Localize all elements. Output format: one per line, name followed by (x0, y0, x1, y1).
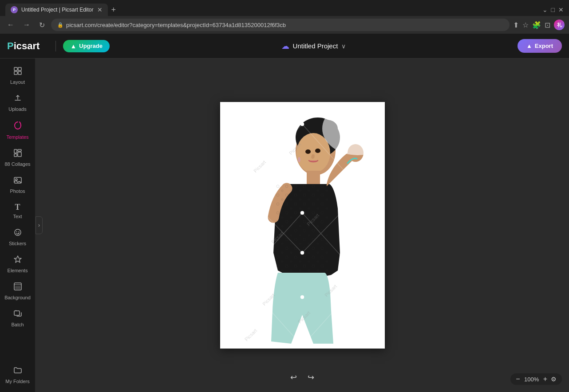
svg-point-12 (18, 231, 19, 232)
svg-point-11 (16, 231, 17, 232)
main-area: Layout Uploads (0, 59, 569, 392)
svg-rect-15 (14, 311, 20, 315)
sidebar-item-label-batch: Batch (11, 322, 24, 327)
svg-point-51 (300, 295, 304, 299)
bottom-toolbar: ↩ ↪ (288, 370, 317, 385)
my-folders-icon (13, 366, 22, 377)
back-button[interactable]: ← (4, 20, 17, 30)
export-icon: ▲ (526, 43, 532, 49)
refresh-button[interactable]: ↻ (36, 20, 47, 30)
lock-icon: 🔒 (57, 22, 63, 28)
svg-point-50 (241, 278, 244, 281)
svg-rect-6 (18, 152, 21, 157)
redo-button[interactable]: ↪ (305, 370, 317, 385)
svg-point-48 (360, 278, 364, 281)
url-text: picsart.com/create/editor?category=templ… (66, 22, 286, 28)
close-browser-icon[interactable]: ✕ (558, 6, 564, 13)
logo-text: Picsart (7, 40, 40, 52)
address-bar[interactable]: 🔒 picsart.com/create/editor?category=tem… (51, 19, 510, 31)
layout-icon (13, 67, 22, 78)
upgrade-label: Upgrade (79, 43, 103, 49)
svg-point-49 (300, 326, 304, 330)
sidebar-item-photos[interactable]: Photos (0, 171, 35, 198)
sidebar-item-label-elements: Elements (8, 268, 28, 273)
sidebar-item-label-text: Text (13, 214, 22, 219)
zoom-in-button[interactable]: + (543, 375, 547, 383)
svg-point-25 (315, 149, 320, 153)
canvas-content: Picsart Picsart Picsart Picsart Picsart … (220, 102, 385, 349)
svg-point-47 (300, 211, 304, 215)
svg-point-44 (360, 189, 364, 192)
project-title[interactable]: Untitled Project (293, 42, 338, 50)
app-container: Picsart ▲ Upgrade ☁ Untitled Project ∨ ▲… (0, 34, 569, 392)
top-center: ☁ Untitled Project ∨ (110, 41, 518, 51)
canvas-wrapper[interactable]: Picsart Picsart Picsart Picsart Picsart … (220, 102, 385, 349)
tab-extras: ⌄ □ ✕ (542, 6, 569, 13)
cloud-save-icon: ☁ (281, 41, 289, 51)
svg-rect-21 (307, 171, 320, 184)
canvas-area: › (36, 59, 569, 392)
toolbar-actions: ⬆ ☆ 🧩 ⊡ 礼 (513, 20, 565, 30)
tab-title: Untitled Project | Picsart Editor (21, 7, 94, 13)
sidebar-item-text[interactable]: T Text (0, 198, 35, 223)
project-dropdown-arrow[interactable]: ∨ (341, 43, 346, 50)
left-sidebar: Layout Uploads (0, 59, 36, 392)
svg-rect-3 (18, 71, 21, 74)
svg-point-45 (300, 251, 304, 255)
browser-chrome: P Untitled Project | Picsart Editor ✕ + … (0, 0, 569, 34)
uploads-icon (13, 94, 22, 105)
zoom-controls: − 100% + ⚙ (510, 373, 562, 385)
zoom-out-button[interactable]: − (516, 375, 520, 383)
sidebar-item-uploads[interactable]: Uploads (0, 89, 35, 116)
svg-rect-7 (14, 154, 17, 157)
sidebar-item-background[interactable]: Background (0, 278, 35, 305)
sidebar-item-label-stickers: Stickers (9, 241, 26, 246)
sidebar-item-templates[interactable]: Templates (0, 116, 35, 144)
upgrade-button[interactable]: ▲ Upgrade (63, 40, 110, 52)
tab-close-button[interactable]: ✕ (97, 6, 103, 13)
elements-icon (13, 255, 22, 266)
new-tab-button[interactable]: + (111, 5, 116, 15)
svg-rect-0 (14, 67, 17, 71)
minimize-icon[interactable]: ⌄ (542, 6, 548, 13)
extensions-icon[interactable]: 🧩 (532, 21, 541, 29)
svg-rect-4 (14, 149, 17, 153)
sidebar-item-my-folders[interactable]: My Folders (0, 361, 35, 388)
top-bar: Picsart ▲ Upgrade ☁ Untitled Project ∨ ▲… (0, 34, 569, 59)
sidebar-item-batch[interactable]: Batch (0, 305, 35, 332)
export-button[interactable]: ▲ Export (518, 39, 562, 53)
share-icon[interactable]: ⬆ (513, 21, 519, 29)
svg-point-23 (298, 157, 300, 162)
collapse-sidebar-toggle[interactable]: › (36, 216, 43, 234)
bookmark-icon[interactable]: ☆ (522, 21, 529, 29)
sidebar-item-layout[interactable]: Layout (0, 62, 35, 89)
sidebar-item-label-photos: Photos (10, 188, 25, 194)
undo-button[interactable]: ↩ (288, 370, 300, 385)
active-tab[interactable]: P Untitled Project | Picsart Editor ✕ (5, 4, 108, 16)
canvas-svg: Picsart Picsart Picsart Picsart Picsart … (220, 102, 385, 349)
svg-point-10 (15, 229, 21, 235)
profile-avatar[interactable]: 礼 (554, 20, 565, 30)
zoom-settings-button[interactable]: ⚙ (551, 376, 557, 383)
sidebar-item-label-uploads: Uploads (8, 106, 26, 112)
zoom-level-display: 100% (524, 376, 540, 383)
forward-button[interactable]: → (20, 20, 33, 30)
upgrade-icon: ▲ (70, 43, 76, 50)
collages-icon (13, 149, 22, 160)
background-icon (13, 282, 22, 293)
sidebar-item-stickers[interactable]: Stickers (0, 223, 35, 251)
tab-favicon: P (11, 6, 18, 13)
photos-icon (13, 176, 22, 187)
svg-point-43 (300, 122, 304, 126)
restore-icon[interactable]: □ (551, 6, 555, 13)
sidebar-item-collages[interactable]: 88 Collages (0, 144, 35, 171)
batch-icon (13, 309, 22, 320)
svg-rect-14 (15, 286, 20, 289)
sidebar-item-elements[interactable]: Elements (0, 251, 35, 278)
sidebar-item-label-layout: Layout (10, 79, 25, 85)
sidebar-toggle-icon[interactable]: ⊡ (545, 21, 550, 29)
svg-rect-26 (276, 184, 329, 273)
sidebar-item-label-background: Background (4, 295, 31, 300)
svg-rect-5 (18, 149, 21, 151)
svg-point-24 (305, 149, 311, 154)
